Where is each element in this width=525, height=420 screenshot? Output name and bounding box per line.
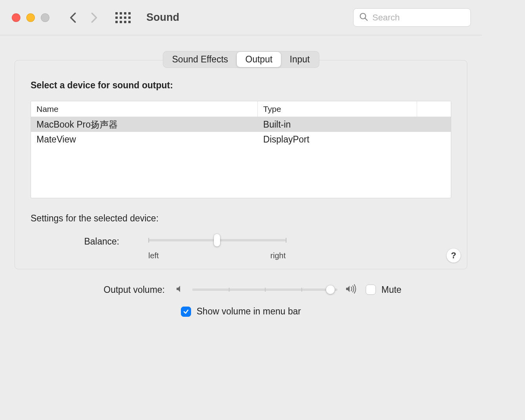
help-button[interactable]: ?	[447, 248, 461, 263]
balance-left-label: left	[148, 251, 159, 260]
output-volume-slider[interactable]	[192, 285, 337, 294]
tab-output[interactable]: Output	[237, 52, 281, 67]
balance-label: Balance:	[70, 236, 148, 247]
volume-low-icon	[175, 284, 184, 295]
output-volume-label: Output volume:	[26, 285, 167, 295]
main-group: Select a device for sound output: Name T…	[15, 60, 467, 269]
device-name: MateView	[31, 134, 258, 145]
balance-slider[interactable]: left right	[148, 236, 286, 260]
volume-slider-thumb[interactable]	[326, 285, 335, 294]
close-window-button[interactable]	[12, 13, 20, 22]
minimize-window-button[interactable]	[26, 13, 35, 22]
svg-line-1	[365, 18, 368, 20]
tab-sound-effects[interactable]: Sound Effects	[164, 52, 237, 67]
show-volume-menubar-checkbox[interactable]	[181, 307, 191, 317]
window-title: Sound	[146, 11, 179, 24]
show-volume-menubar-row: Show volume in menu bar	[181, 306, 301, 317]
mute-label: Mute	[381, 285, 401, 295]
search-icon	[359, 12, 368, 23]
volume-high-icon	[345, 284, 358, 295]
title-bar: Sound	[0, 0, 482, 35]
balance-right-label: right	[270, 251, 286, 260]
balance-row: Balance: left right	[70, 236, 451, 260]
maximize-window-button	[41, 13, 49, 22]
device-type: DisplayPort	[258, 134, 417, 145]
output-device-heading: Select a device for sound output:	[31, 80, 451, 91]
table-header: Name Type	[31, 101, 451, 117]
settings-heading: Settings for the selected device:	[31, 213, 451, 224]
balance-slider-thumb[interactable]	[214, 234, 220, 247]
search-field[interactable]	[353, 8, 471, 27]
nav-arrows	[69, 14, 98, 22]
segmented-control: Sound Effects Output Input	[163, 51, 319, 68]
show-volume-menubar-label: Show volume in menu bar	[197, 306, 301, 317]
traffic-lights	[12, 13, 49, 22]
mute-group: Mute	[366, 285, 456, 295]
show-all-prefs-button[interactable]	[115, 12, 131, 23]
device-table: Name Type MacBook Pro扬声器 Built-in MateVi…	[31, 101, 451, 198]
device-name: MacBook Pro扬声器	[31, 119, 258, 131]
back-button[interactable]	[69, 14, 77, 22]
table-body: MacBook Pro扬声器 Built-in MateView Display…	[31, 117, 451, 198]
search-input[interactable]	[372, 13, 465, 23]
table-row[interactable]: MacBook Pro扬声器 Built-in	[31, 117, 451, 132]
mute-checkbox[interactable]	[366, 285, 376, 295]
table-row[interactable]: MateView DisplayPort	[31, 132, 451, 147]
column-header-type[interactable]: Type	[258, 101, 417, 117]
forward-button	[90, 14, 98, 22]
column-header-spacer	[417, 101, 451, 117]
tabs: Sound Effects Output Input	[0, 51, 482, 68]
column-header-name[interactable]: Name	[31, 101, 258, 117]
output-volume-row: Output volume: Mute	[15, 284, 467, 295]
footer: Output volume: Mute Show volume in menu	[15, 284, 467, 317]
device-type: Built-in	[258, 119, 417, 130]
tab-input[interactable]: Input	[281, 52, 318, 67]
